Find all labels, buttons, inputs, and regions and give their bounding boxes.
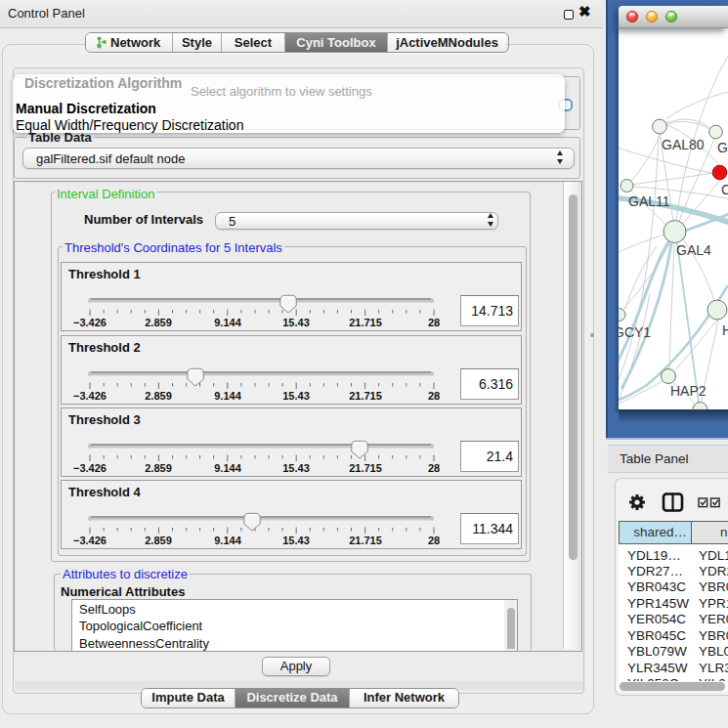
svg-text:9.144: 9.144	[214, 535, 241, 546]
svg-text:21.715: 21.715	[349, 535, 382, 546]
svg-text:2.859: 2.859	[145, 535, 172, 546]
svg-text:GAL4: GAL4	[676, 242, 711, 258]
svg-text:2.859: 2.859	[145, 462, 172, 474]
svg-text:28: 28	[428, 317, 440, 328]
svg-text:HAP2: HAP2	[670, 383, 707, 399]
svg-text:GAL11: GAL11	[628, 193, 670, 209]
svg-text:21.715: 21.715	[349, 390, 382, 402]
svg-text:28: 28	[428, 535, 440, 546]
svg-text:GAL: GAL	[717, 140, 728, 155]
svg-text:C: C	[721, 182, 728, 197]
svg-text:H: H	[722, 322, 728, 338]
svg-text:2.859: 2.859	[145, 390, 172, 402]
svg-text:GCY1: GCY1	[619, 324, 651, 340]
svg-text:GAL80: GAL80	[662, 137, 705, 152]
svg-text:−3.426: −3.426	[73, 317, 107, 328]
svg-text:28: 28	[428, 462, 440, 474]
svg-text:21.715: 21.715	[349, 462, 382, 474]
svg-text:9.144: 9.144	[214, 462, 241, 474]
svg-text:21.715: 21.715	[349, 317, 382, 328]
svg-text:15.43: 15.43	[282, 535, 310, 546]
svg-text:15.43: 15.43	[282, 390, 310, 402]
svg-text:28: 28	[428, 390, 440, 402]
svg-text:15.43: 15.43	[282, 317, 310, 328]
svg-text:2.859: 2.859	[145, 317, 172, 328]
svg-text:−3.426: −3.426	[73, 390, 107, 402]
svg-text:−3.426: −3.426	[73, 535, 107, 546]
svg-text:15.43: 15.43	[282, 462, 310, 474]
svg-text:9.144: 9.144	[214, 317, 241, 328]
svg-text:9.144: 9.144	[214, 390, 241, 402]
svg-text:−3.426: −3.426	[73, 462, 107, 474]
